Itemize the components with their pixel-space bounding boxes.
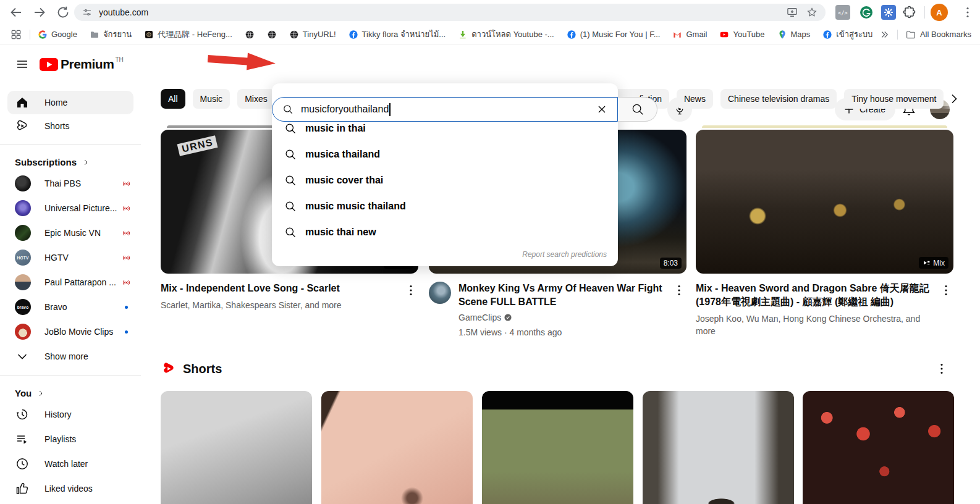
url-bar[interactable]: youtube.com [74,4,826,21]
bookmark-item[interactable] [245,30,255,40]
download-favicon-icon [458,30,468,40]
filter-chip[interactable]: Tiny house movement [844,89,944,109]
video-menu-icon[interactable] [672,283,686,298]
chevron-right-icon [82,158,90,167]
search-icon [284,148,297,161]
search-suggestion[interactable]: music cover thai [272,167,618,193]
extensions-puzzle-icon[interactable] [902,5,917,20]
bookmark-star-icon[interactable] [806,6,818,19]
search-button[interactable] [618,97,657,122]
sidebar-item-history[interactable]: History [0,402,141,427]
sidebar-channel-item[interactable]: Universal Picture... [0,196,141,220]
bookmark-item[interactable]: เข้าสู่ระบบ Facebook [822,28,874,41]
search-suggestion[interactable]: music thai new [272,219,618,245]
video-menu-icon[interactable] [939,283,953,298]
subscriptions-header-label: Subscriptions [15,157,77,167]
globe-favicon-icon [289,30,299,40]
bookmark-item[interactable]: TinyURL! [289,30,336,40]
you-header[interactable]: You [0,382,141,402]
chevron-right-icon [36,389,45,398]
playlist-stack-edge [702,125,947,128]
extension-code-icon[interactable]: </> [835,5,850,20]
extension-grammarly-icon[interactable] [859,5,874,20]
sidebar-item-playlists[interactable]: Playlists [0,427,141,452]
chip-label: Music [200,94,223,104]
back-icon[interactable] [9,5,23,20]
bookmark-item[interactable]: (1) Music For You | F... [567,30,661,40]
filter-chip[interactable]: Music [193,89,230,109]
subscriptions-header[interactable]: Subscriptions [0,151,141,171]
search-suggestion[interactable]: musica thailand [272,141,618,167]
bookmark-item[interactable] [267,30,277,40]
sidebar-item-label: Playlists [44,434,131,444]
badge-text: 8:03 [664,259,678,267]
bookmark-label: 代理品牌 - HeFeng... [158,29,232,40]
site-info-icon[interactable] [82,7,93,18]
bookmarks-overflow-icon[interactable] [879,29,890,40]
channel-row[interactable]: GameClips [458,313,672,322]
maps-favicon-icon [777,30,787,40]
shorts-icon [15,119,30,133]
sidebar-channel-item[interactable]: bravoBravo [0,295,141,319]
channel-avatar [15,200,31,216]
filter-chip[interactable]: Mixes [237,89,275,109]
bookmarks-bar: Googleจักรยาน代理品牌 - HeFeng...TinyURL!Tik… [0,25,980,44]
bookmark-item[interactable]: จักรยาน [90,28,132,41]
bookmark-item[interactable]: Gmail [672,30,707,40]
short-thumbnail-leaping-ibex[interactable] [643,391,794,504]
chips-next-icon[interactable] [947,91,961,106]
short-thumbnail-lantern-courtyard[interactable] [803,391,954,504]
sidebar-channel-item[interactable]: JoBlo Movie Clips [0,319,141,344]
video-meta: Monkey King Vs Army Of Heaven War Fight … [429,282,686,338]
shorts-menu-icon[interactable] [934,361,949,376]
channel-avatar[interactable] [429,282,451,304]
video-title[interactable]: Mix - Heaven Sword and Dragon Sabre 倚天屠龍… [696,282,939,309]
channel-name: Universal Picture... [44,203,122,213]
video-card[interactable]: MixMix - Heaven Sword and Dragon Sabre 倚… [696,125,953,337]
bookmark-item[interactable]: Google [38,30,77,40]
apps-grid-icon[interactable] [10,28,22,41]
browser-menu-icon[interactable] [960,5,975,20]
sidebar-channel-item[interactable]: HGTVHGTV [0,245,141,270]
video-menu-icon[interactable] [403,283,418,298]
channel-avatar [15,225,31,241]
bookmark-item[interactable]: ดาวน์โหลด Youtube -... [458,28,554,41]
filter-chip[interactable]: All [161,89,185,109]
short-thumbnail-village-swordsman[interactable] [482,391,633,504]
sidebar-channel-item[interactable]: Epic Music VN [0,220,141,245]
reload-icon[interactable] [56,5,70,20]
filter-chip[interactable]: Chinese television dramas [720,89,837,109]
all-bookmarks-button[interactable]: All Bookmarks [920,30,971,39]
sidebar-item-home[interactable]: Home [7,91,133,114]
sidebar-channel-item[interactable]: Paul Pattarapon ... [0,270,141,295]
short-thumbnail-face-closeup[interactable] [321,391,473,504]
short-thumbnail-warrior-with-staff[interactable] [161,391,312,504]
search-suggestion[interactable]: music music thailand [272,193,618,219]
youtube-premium-logo[interactable]: Premium TH [40,56,124,72]
video-thumbnail[interactable]: Mix [696,130,953,274]
bookmark-item[interactable]: Tikky flora จำหน่ายไม้... [348,28,446,41]
filter-chip[interactable]: News [677,89,713,109]
video-title[interactable]: Mix - Independent Love Song - Scarlet [161,282,403,295]
browser-profile-avatar[interactable]: A [931,4,948,21]
hamburger-menu-icon[interactable] [15,57,30,72]
sidebar-item-liked-videos[interactable]: Liked videos [0,476,141,501]
sidebar-item-watch-later[interactable]: Watch later [0,452,141,476]
install-app-icon[interactable] [786,6,798,19]
bookmark-item[interactable]: 代理品牌 - HeFeng... [144,29,232,40]
channel-avatar [15,324,31,340]
channel-name[interactable]: GameClips [458,313,501,322]
bookmark-item[interactable]: YouTube [719,30,764,40]
video-title[interactable]: Monkey King Vs Army Of Heaven War Fight … [458,282,672,309]
show-more-button[interactable]: Show more [0,344,141,369]
report-predictions-link[interactable]: Report search predictions [272,245,618,264]
forward-icon[interactable] [32,5,47,20]
bookmark-label: Gmail [686,30,707,39]
sidebar-channel-item[interactable]: Thai PBS [0,171,141,196]
bookmark-item[interactable]: Maps [777,30,811,40]
sidebar-item-shorts[interactable]: Shorts [7,114,133,138]
extension-settings-icon[interactable] [881,5,896,20]
search-input[interactable]: musicforyouthailand [272,97,618,122]
bookmark-label: (1) Music For You | F... [580,30,661,39]
clear-search-icon[interactable] [595,103,609,116]
